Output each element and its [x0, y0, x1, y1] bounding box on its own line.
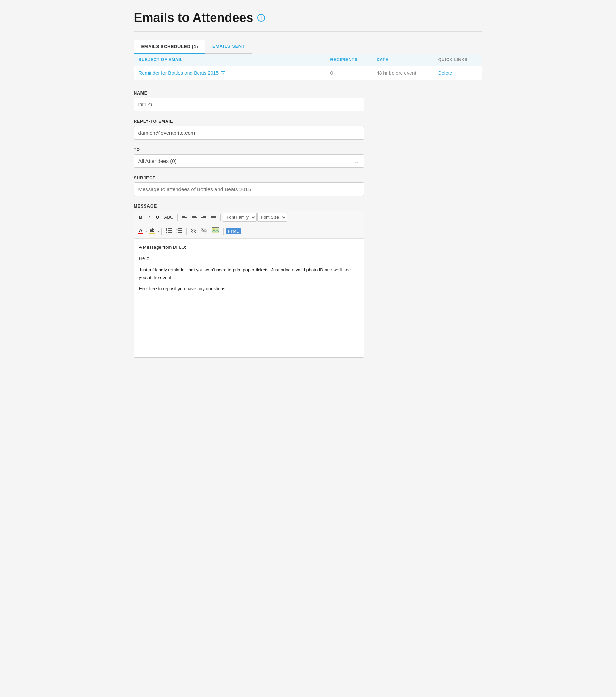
table-row: Reminder for Bottles and Beats 2015 ↗ 0 …: [134, 66, 482, 80]
font-color-dropdown-icon[interactable]: ▾: [145, 230, 147, 233]
name-section: NAME: [134, 91, 482, 111]
svg-rect-9: [203, 216, 206, 217]
page-header: Emails to Attendees i: [134, 10, 482, 32]
email-table: SUBJECT OF EMAIL RECIPIENTS DATE QUICK L…: [134, 54, 482, 80]
ordered-list-button[interactable]: 1.2.3.: [174, 227, 184, 235]
name-label: NAME: [134, 91, 482, 96]
tabs-row: EMAILS SCHEDULED (1) EMAILS SENT: [134, 40, 482, 54]
toolbar-separator-2: [220, 214, 221, 221]
html-button[interactable]: HTML: [226, 228, 241, 234]
toolbar-separator-5: [223, 228, 224, 235]
subject-label: SUBJECT: [134, 175, 482, 180]
font-color-letter: A: [139, 228, 142, 233]
svg-rect-6: [192, 217, 197, 218]
info-icon[interactable]: i: [257, 14, 265, 22]
external-link-icon: ↗: [221, 71, 225, 75]
align-left-button[interactable]: [180, 213, 189, 222]
message-line3: Just a friendly reminder that you won't …: [139, 266, 359, 282]
editor-toolbar-bottom: A ▾ ab ▾: [134, 224, 364, 239]
svg-rect-8: [201, 215, 206, 215]
svg-rect-14: [211, 217, 216, 218]
page-container: Emails to Attendees i EMAILS SCHEDULED (…: [123, 0, 493, 376]
highlight-color-group: ab ▾: [148, 227, 159, 235]
svg-rect-0: [182, 215, 187, 215]
col-header-date: DATE: [372, 54, 433, 66]
svg-rect-21: [168, 232, 172, 233]
italic-button[interactable]: I: [145, 213, 153, 222]
to-select[interactable]: All Attendees (0): [134, 154, 364, 168]
col-header-quicklinks: QUICK LINKS: [433, 54, 482, 66]
svg-rect-10: [201, 217, 206, 218]
underline-button[interactable]: U: [154, 213, 161, 222]
svg-point-20: [166, 232, 167, 233]
email-subject-link[interactable]: Reminder for Bottles and Beats 2015 ↗: [139, 70, 321, 76]
font-color-group: A ▾: [137, 227, 147, 235]
svg-rect-27: [178, 232, 182, 233]
highlight-color-bar: [149, 233, 155, 234]
message-section: MESSAGE B I U ABC: [134, 204, 482, 358]
message-editor: B I U ABC Font Family: [134, 211, 364, 358]
message-line4: Feel free to reply if you have any quest…: [139, 285, 359, 293]
svg-rect-23: [178, 228, 182, 229]
to-section: TO All Attendees (0) ⌄: [134, 147, 482, 168]
toolbar-separator-3: [161, 228, 162, 235]
recipients-cell: 0: [326, 66, 372, 80]
svg-rect-12: [211, 215, 216, 215]
svg-rect-5: [192, 216, 196, 217]
subject-section: SUBJECT: [134, 175, 482, 196]
reply-to-section: REPLY-TO EMAIL: [134, 119, 482, 140]
to-select-wrapper: All Attendees (0) ⌄: [134, 154, 364, 168]
email-subject-cell: Reminder for Bottles and Beats 2015 ↗: [134, 66, 326, 80]
svg-rect-30: [212, 227, 219, 233]
message-label: MESSAGE: [134, 204, 482, 209]
date-cell: 48 hr before event: [372, 66, 433, 80]
align-justify-button[interactable]: [209, 213, 218, 222]
svg-rect-1: [182, 216, 185, 217]
link-button[interactable]: [189, 227, 198, 235]
align-center-button[interactable]: [190, 213, 199, 222]
font-size-select[interactable]: Font Size: [257, 213, 287, 222]
tab-scheduled[interactable]: EMAILS SCHEDULED (1): [134, 40, 206, 54]
editor-toolbar-top: B I U ABC Font Family: [134, 211, 364, 224]
to-label: TO: [134, 147, 482, 152]
message-line1: A Message from DFLO:: [139, 243, 359, 251]
svg-text:3.: 3.: [176, 231, 178, 233]
strikethrough-button[interactable]: ABC: [162, 213, 176, 222]
highlight-dropdown-icon[interactable]: ▾: [158, 230, 159, 233]
svg-rect-2: [182, 217, 187, 218]
font-color-bar: [138, 233, 143, 234]
svg-point-18: [166, 230, 167, 231]
subject-input[interactable]: [134, 182, 364, 196]
svg-rect-4: [192, 215, 197, 215]
delete-link[interactable]: Delete: [438, 70, 452, 76]
reply-to-label: REPLY-TO EMAIL: [134, 119, 482, 124]
bold-button[interactable]: B: [137, 213, 145, 222]
reply-to-input[interactable]: [134, 126, 364, 140]
unlink-button[interactable]: [199, 227, 209, 235]
email-subject-text: Reminder for Bottles and Beats 2015: [139, 70, 219, 76]
tab-sent[interactable]: EMAILS SENT: [205, 40, 252, 54]
toolbar-separator-1: [177, 214, 178, 221]
svg-rect-25: [178, 230, 182, 231]
col-header-subject: SUBJECT OF EMAIL: [134, 54, 326, 66]
col-header-recipients: RECIPIENTS: [326, 54, 372, 66]
unordered-list-button[interactable]: [164, 227, 174, 235]
quicklinks-cell: Delete: [433, 66, 482, 80]
editor-content-area[interactable]: A Message from DFLO: Hello, Just a frien…: [134, 239, 364, 357]
align-right-button[interactable]: [199, 213, 208, 222]
toolbar-separator-4: [186, 228, 187, 235]
message-line2: Hello,: [139, 255, 359, 262]
font-family-select[interactable]: Font Family: [223, 213, 257, 222]
svg-rect-13: [211, 216, 216, 217]
svg-point-16: [166, 228, 167, 230]
svg-rect-19: [168, 230, 172, 231]
highlight-letter: ab: [150, 228, 154, 233]
svg-rect-17: [168, 228, 172, 229]
highlight-color-button[interactable]: ab: [148, 227, 157, 235]
font-color-button[interactable]: A: [137, 227, 145, 235]
page-title: Emails to Attendees: [134, 10, 253, 25]
image-button[interactable]: [210, 226, 221, 236]
name-input[interactable]: [134, 98, 364, 111]
